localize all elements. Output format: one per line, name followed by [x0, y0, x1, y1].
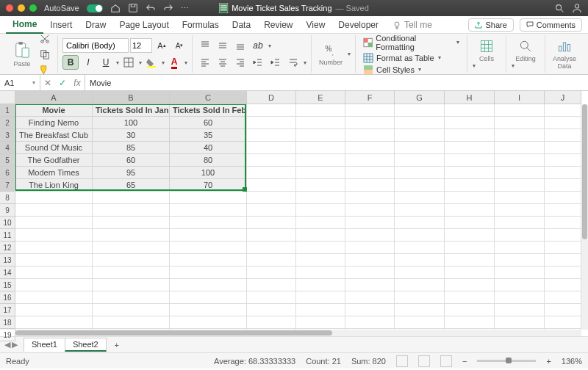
cell[interactable] — [296, 304, 345, 316]
cell[interactable] — [170, 316, 247, 329]
number-format-button[interactable]: %, Number — [316, 43, 345, 66]
cell[interactable] — [395, 117, 445, 129]
row-header-8[interactable]: 8 — [0, 192, 15, 204]
row-header-19[interactable]: 19 — [0, 329, 15, 341]
cell[interactable] — [495, 179, 545, 192]
cell[interactable] — [93, 229, 170, 242]
cell[interactable] — [345, 129, 395, 142]
account-icon[interactable] — [572, 3, 582, 13]
cell[interactable] — [395, 179, 445, 192]
row-header-12[interactable]: 12 — [0, 242, 15, 254]
tell-me-button[interactable]: Tell me — [392, 20, 432, 30]
cell[interactable] — [395, 167, 445, 179]
col-header-D[interactable]: D — [247, 91, 296, 104]
cell[interactable] — [93, 192, 170, 204]
ribbon-tab-insert[interactable]: Insert — [43, 17, 79, 33]
cell[interactable] — [445, 142, 495, 154]
cell[interactable] — [545, 129, 581, 142]
save-icon[interactable] — [128, 3, 138, 13]
cell[interactable] — [495, 304, 545, 316]
cell[interactable]: 30 — [93, 129, 170, 142]
cell[interactable] — [445, 129, 495, 142]
cell[interactable] — [345, 316, 395, 329]
cell[interactable] — [445, 117, 495, 129]
cell[interactable] — [495, 117, 545, 129]
cell[interactable] — [296, 154, 345, 167]
ribbon-tab-data[interactable]: Data — [226, 17, 257, 33]
cell[interactable] — [247, 217, 296, 229]
cell[interactable] — [247, 129, 296, 142]
analyse-data-button[interactable]: Analyse Data — [550, 39, 579, 70]
cell[interactable] — [296, 217, 345, 229]
cell[interactable] — [345, 117, 395, 129]
cell[interactable] — [296, 242, 345, 254]
row-header-14[interactable]: 14 — [0, 266, 15, 279]
cell[interactable]: The Godfather — [15, 154, 93, 167]
zoom-in-icon[interactable]: + — [546, 357, 551, 366]
col-header-E[interactable]: E — [296, 91, 345, 104]
row-header-11[interactable]: 11 — [0, 229, 15, 242]
cell[interactable] — [247, 242, 296, 254]
cell[interactable] — [170, 266, 247, 279]
conditional-formatting-button[interactable]: Conditional Formatting▾ — [360, 33, 462, 52]
cell[interactable]: 95 — [93, 167, 170, 179]
col-header-B[interactable]: B — [93, 91, 170, 104]
cell[interactable] — [345, 242, 395, 254]
cell[interactable] — [395, 104, 445, 117]
cell[interactable] — [247, 154, 296, 167]
cell[interactable]: Finding Nemo — [15, 117, 93, 129]
cell[interactable] — [93, 242, 170, 254]
cell[interactable] — [495, 129, 545, 142]
cell[interactable] — [395, 217, 445, 229]
cell[interactable] — [495, 192, 545, 204]
cell[interactable] — [247, 316, 296, 329]
cell[interactable] — [545, 179, 581, 192]
cell[interactable]: Tickets Sold In Jan — [93, 104, 170, 117]
cell[interactable] — [395, 242, 445, 254]
cell[interactable] — [495, 279, 545, 291]
cell[interactable] — [247, 304, 296, 316]
cell[interactable] — [545, 316, 581, 329]
cell[interactable] — [545, 104, 581, 117]
cell[interactable] — [345, 304, 395, 316]
cell[interactable] — [395, 279, 445, 291]
cell[interactable] — [395, 316, 445, 329]
cell[interactable] — [445, 167, 495, 179]
cell[interactable] — [545, 291, 581, 304]
cell[interactable] — [345, 266, 395, 279]
cell[interactable] — [296, 204, 345, 217]
cell[interactable] — [495, 154, 545, 167]
cell[interactable] — [445, 242, 495, 254]
cell[interactable] — [296, 192, 345, 204]
cell-styles-button[interactable]: Cell Styles▾ — [360, 64, 462, 76]
view-page-icon[interactable] — [418, 355, 430, 367]
fill-color-button[interactable] — [143, 55, 159, 70]
cell[interactable] — [296, 279, 345, 291]
align-middle-icon[interactable] — [215, 38, 231, 53]
cell[interactable] — [247, 266, 296, 279]
col-header-H[interactable]: H — [445, 91, 495, 104]
align-bottom-icon[interactable] — [232, 38, 248, 53]
view-break-icon[interactable] — [440, 355, 452, 367]
cell[interactable] — [296, 229, 345, 242]
close-window[interactable] — [6, 4, 13, 12]
cell[interactable] — [296, 266, 345, 279]
cell[interactable] — [445, 217, 495, 229]
cell[interactable] — [445, 254, 495, 266]
cell[interactable] — [93, 291, 170, 304]
col-header-J[interactable]: J — [545, 91, 581, 104]
cell[interactable] — [15, 192, 93, 204]
cell[interactable] — [296, 117, 345, 129]
col-header-C[interactable]: C — [170, 91, 247, 104]
row-header-7[interactable]: 7 — [0, 179, 15, 192]
orientation-icon[interactable]: ab — [250, 38, 266, 53]
cell[interactable] — [345, 254, 395, 266]
cell[interactable] — [345, 154, 395, 167]
cell[interactable] — [247, 117, 296, 129]
cell[interactable] — [495, 291, 545, 304]
row-header-18[interactable]: 18 — [0, 316, 15, 329]
cell[interactable] — [545, 217, 581, 229]
cell[interactable] — [296, 129, 345, 142]
cell[interactable] — [345, 179, 395, 192]
cell[interactable]: Sound Of Music — [15, 142, 93, 154]
